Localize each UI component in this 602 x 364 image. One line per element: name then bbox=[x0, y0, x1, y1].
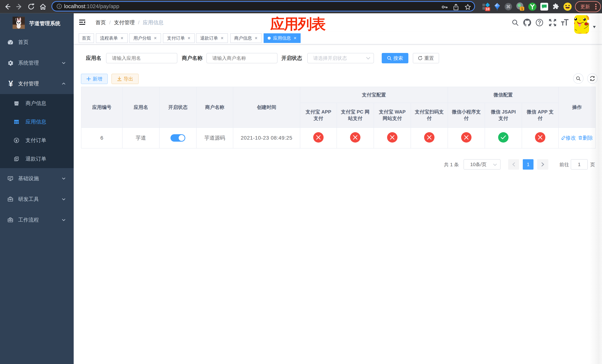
svg-text:⌘: ⌘ bbox=[506, 4, 511, 9]
svg-text:1: 1 bbox=[521, 7, 523, 11]
svg-text:10: 10 bbox=[486, 7, 489, 11]
